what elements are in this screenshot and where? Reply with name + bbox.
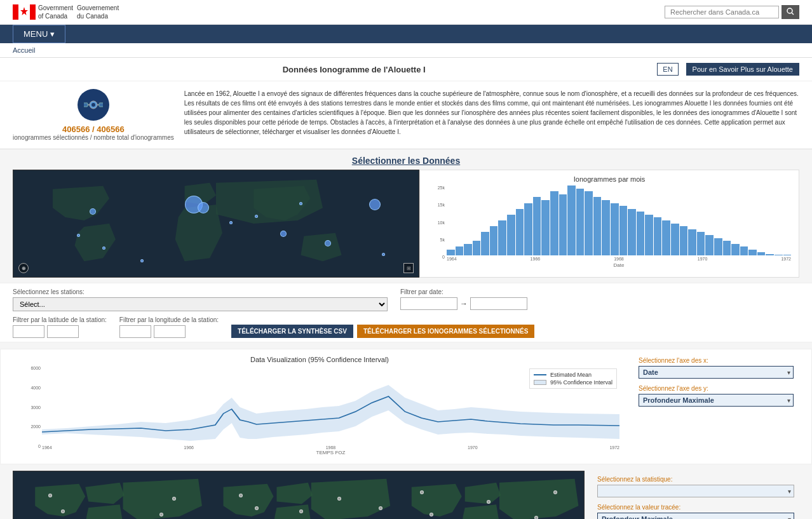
- stat-select-group: Sélectionnez la statistique:: [597, 476, 794, 497]
- download-csv-button[interactable]: TÉLÉCHARGER LA SYNTHÈSE CSV: [231, 325, 353, 338]
- viz-y-label-3: 3000: [20, 405, 41, 410]
- y-label-5: 25k: [428, 185, 445, 190]
- lat-max-input[interactable]: 90: [47, 325, 79, 338]
- viz-controls: Sélectionnez l'axe des x: Date Sélection…: [633, 349, 799, 464]
- station-dot[interactable]: [325, 240, 331, 246]
- lon-label: Filtrer par la longitude de la station:: [119, 316, 219, 323]
- station-select-group: Sélectionnez les stations: Sélect...: [13, 288, 388, 311]
- station-dot[interactable]: [255, 215, 258, 218]
- bottom-station-dot[interactable]: [430, 513, 433, 516]
- x-axis-select-group: Sélectionnez l'axe des x: Date: [639, 357, 794, 379]
- bar-chart: [447, 185, 791, 255]
- station-dot[interactable]: [198, 202, 209, 213]
- bottom-station-dot[interactable]: [553, 490, 557, 494]
- bar-item: [507, 215, 515, 255]
- bottom-map-svg: [13, 471, 584, 519]
- bar-item: [498, 220, 506, 255]
- stat-select[interactable]: [597, 485, 794, 497]
- svg-rect-2: [30, 4, 36, 20]
- y-label-2: 5k: [428, 238, 445, 242]
- lon-min-input[interactable]: -90: [119, 325, 151, 338]
- x-label-1966: 1966: [531, 257, 541, 261]
- viz-section: Data Visualization (95% Confidence Inter…: [0, 349, 812, 464]
- language-button[interactable]: EN: [657, 63, 678, 76]
- bottom-station-dot[interactable]: [172, 497, 176, 501]
- y-label-1: 0: [428, 255, 445, 259]
- more-info-button[interactable]: Pour en Savoir Plus sur Alouette: [686, 63, 799, 76]
- bottom-station-dot[interactable]: [255, 506, 259, 510]
- bottom-station-dot[interactable]: [420, 490, 424, 494]
- legend-mean-line: [534, 374, 546, 375]
- bar-item: [766, 254, 774, 255]
- station-dot[interactable]: [280, 231, 287, 237]
- station-dot[interactable]: [229, 221, 233, 224]
- viz-y-label-4: 4000: [20, 386, 41, 390]
- bar-item: [585, 191, 593, 255]
- search-bar: [665, 5, 799, 19]
- world-map-svg: [13, 170, 419, 277]
- bar-item: [464, 244, 472, 255]
- viz-x-1966: 1966: [184, 445, 194, 450]
- menu-button[interactable]: MENU ▾: [13, 25, 65, 43]
- search-input[interactable]: [665, 6, 779, 18]
- bar-item: [705, 235, 714, 255]
- data-row: ⊕ ⊞ Ionogrammes par mois 25k 15k 10k 5k …: [0, 170, 812, 278]
- station-dot[interactable]: [90, 208, 96, 215]
- value-select[interactable]: Profondeur Maximale: [597, 513, 794, 519]
- station-dot[interactable]: [140, 259, 144, 262]
- download-sonograms-button[interactable]: TÉLÉCHARGER LES IONOGRAMMES SÉLECTIONNÉS: [357, 325, 534, 338]
- bar-item: [731, 244, 740, 255]
- date-to-input[interactable]: 12/31/1972: [470, 297, 527, 310]
- bar-item: [775, 255, 783, 255]
- bottom-station-dot[interactable]: [48, 494, 52, 497]
- value-label: Sélectionnez la valeur tracée:: [597, 504, 794, 511]
- x-axis-select[interactable]: Date: [639, 366, 794, 379]
- svg-line-5: [792, 13, 794, 15]
- x-label-1970: 1970: [698, 257, 708, 261]
- bottom-station-dot[interactable]: [299, 509, 303, 513]
- viz-x-1970: 1970: [468, 445, 478, 450]
- bar-item: [559, 194, 567, 255]
- map-compass-icon: ⊕: [18, 263, 29, 273]
- bottom-station-dot[interactable]: [337, 497, 341, 501]
- lon-max-input[interactable]: 90: [154, 325, 186, 338]
- lat-filter-group: Filtrer par la latitude de la station: -…: [13, 316, 107, 338]
- y-label-3: 10k: [428, 220, 445, 225]
- bottom-world-map[interactable]: ⊕ ⊞: [13, 471, 585, 519]
- legend-ci-area: [534, 380, 546, 385]
- svg-rect-9: [84, 103, 88, 107]
- y-axis-select[interactable]: Profondeur Maximale: [639, 394, 794, 407]
- bottom-station-dot[interactable]: [61, 509, 65, 513]
- viz-x-1972: 1972: [609, 445, 619, 450]
- date-from-input[interactable]: 09/29/1962: [400, 297, 457, 310]
- bottom-station-dot[interactable]: [487, 500, 491, 504]
- station-label: Sélectionnez les stations:: [13, 288, 388, 295]
- bar-item: [550, 191, 558, 255]
- satellite-icon: [84, 95, 103, 114]
- station-select[interactable]: Sélect...: [13, 297, 388, 311]
- search-icon: [787, 8, 794, 15]
- map-expand-icon[interactable]: ⊞: [403, 263, 414, 273]
- bottom-station-dot[interactable]: [239, 494, 243, 497]
- breadcrumb-home[interactable]: Accueil: [13, 46, 35, 54]
- world-map[interactable]: ⊕ ⊞: [13, 170, 419, 278]
- bottom-station-dot[interactable]: [534, 516, 538, 519]
- viz-y-label-5: 6000: [20, 366, 41, 370]
- bar-item: [541, 200, 550, 255]
- svg-point-4: [787, 8, 792, 13]
- station-dot[interactable]: [77, 234, 80, 237]
- x-label-1968: 1968: [614, 257, 624, 261]
- gov-name-en: Government: [38, 4, 73, 12]
- bar-item: [619, 206, 628, 255]
- viz-y-label-1: 0: [20, 444, 41, 448]
- lat-min-input[interactable]: -90: [13, 325, 44, 338]
- station-dot[interactable]: [369, 199, 381, 210]
- station-dot[interactable]: [382, 253, 385, 256]
- station-dot[interactable]: [299, 202, 302, 205]
- station-dot[interactable]: [102, 246, 105, 250]
- bottom-station-dot[interactable]: [159, 513, 163, 516]
- viz-x-axis-label: TEMPS FOZ: [42, 450, 619, 455]
- bottom-station-dot[interactable]: [379, 506, 382, 510]
- lat-label: Filtrer par la latitude de la station:: [13, 316, 107, 323]
- search-button[interactable]: [782, 5, 799, 19]
